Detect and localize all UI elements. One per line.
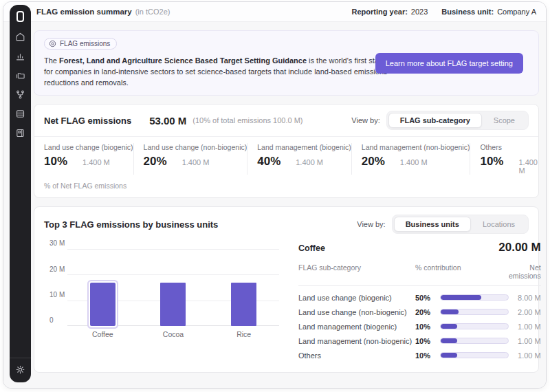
bar-rice[interactable] <box>231 283 256 326</box>
flag-emissions-badge: FLAG emissions <box>44 38 117 50</box>
stat-label: Land management (non-biogenic) <box>362 143 470 151</box>
bars <box>67 249 279 326</box>
progress-fill <box>441 295 481 300</box>
progress-bar <box>440 294 509 301</box>
sidebar-footer <box>10 358 31 382</box>
reporting-year-value: 2023 <box>411 8 428 16</box>
settings-gear-icon[interactable] <box>15 364 25 375</box>
row-label: Land use change (biogenic) <box>298 294 415 302</box>
detail-header: Coffee 20.00 M <box>298 239 541 259</box>
progress-bar <box>440 309 509 315</box>
row-label: Others <box>298 351 415 360</box>
row-value: 1.00 M <box>509 337 541 345</box>
row-value: 8.00 M <box>509 294 541 302</box>
stat-land-mgmt-biogenic: Land management (biogenic) 40%1.400 M <box>247 143 351 175</box>
learn-more-button[interactable]: Learn more about FLAG target setting <box>375 53 523 74</box>
row-value: 1.00 M <box>509 351 541 360</box>
git-branch-icon[interactable] <box>15 89 25 100</box>
row-pct: 10% <box>415 323 440 331</box>
stat-pct: 20% <box>362 155 385 168</box>
detail-total: 20.00 M <box>498 241 540 254</box>
stat-land-use-biogenic: Land use change (biogenic) 10%1.400 M <box>44 143 133 175</box>
business-unit-detail: Coffee 20.00 M FLAG sub-category % contr… <box>286 238 542 362</box>
net-flag-card: Net FLAG emissions 53.00 M (10% of total… <box>34 104 539 198</box>
viewby-label: View by: <box>351 116 380 124</box>
stat-others: Others 10%1.400 M <box>470 143 538 175</box>
database-icon[interactable] <box>15 109 25 119</box>
toggle-locations[interactable]: Locations <box>471 217 527 232</box>
progress-bar <box>440 352 509 358</box>
bar-cocoa[interactable] <box>160 283 186 326</box>
business-unit-label: Business unit: <box>441 8 494 16</box>
main-content: FLAG emissions The Forest, Land and Agri… <box>3 22 546 388</box>
business-unit[interactable]: Business unit:Company A <box>441 8 536 16</box>
stat-label: Land use change (non-biogenic) <box>144 143 248 151</box>
col-subcategory: FLAG sub-category <box>298 263 415 280</box>
row-label: Land management (biogenic) <box>298 323 415 331</box>
stat-label: Land use change (biogenic) <box>44 143 133 151</box>
stat-value: 1.400 M <box>182 158 210 166</box>
stat-label: Others <box>480 143 538 151</box>
net-flag-footnote: % of Net FLAG emissions <box>34 176 538 197</box>
flag-emissions-badge-icon <box>49 40 56 47</box>
header-filters: Reporting year:2023 Business unit:Compan… <box>352 8 536 16</box>
net-flag-title: Net FLAG emissions <box>44 116 131 126</box>
y-tick: 30 M <box>50 239 65 247</box>
folders-icon[interactable] <box>15 70 25 80</box>
bar-coffee[interactable] <box>90 283 116 326</box>
home-icon[interactable] <box>15 32 25 42</box>
flag-description-bold: Forest, Land and Agriculture Science Bas… <box>59 56 307 65</box>
table-row: Land management (biogenic) 10% 1.00 M <box>298 319 541 334</box>
detail-rows: Land use change (biogenic) 50% 8.00 M La… <box>298 286 541 362</box>
sidebar <box>10 5 31 382</box>
flag-description: The Forest, Land and Agriculture Science… <box>44 55 402 88</box>
row-value: 2.00 M <box>509 308 541 316</box>
stat-value: 1.400 M <box>400 158 428 166</box>
col-contribution: % contribution <box>415 263 509 280</box>
row-value: 1.00 M <box>509 323 541 331</box>
top-header: FLAG emission summary (in tCO2e) Reporti… <box>3 2 546 22</box>
progress-fill <box>441 353 457 358</box>
y-tick: 0 <box>50 316 54 324</box>
toggle-scope[interactable]: Scope <box>482 113 527 128</box>
stat-pct: 40% <box>257 155 280 168</box>
net-flag-toggle: FLAG sub-category Scope <box>386 111 529 130</box>
progress-fill <box>441 309 459 314</box>
x-label-coffee: Coffee <box>82 330 123 338</box>
top3-toggle: Business units Locations <box>392 215 529 234</box>
net-flag-subtitle: (10% of total emissions 100.0 M) <box>192 116 302 124</box>
stat-value: 1.400 M <box>296 158 323 166</box>
journal-icon[interactable] <box>15 128 25 138</box>
progress-fill <box>441 324 457 329</box>
row-pct: 20% <box>415 308 440 316</box>
sidebar-nav <box>15 32 25 138</box>
net-flag-viewby: View by: FLAG sub-category Scope <box>351 111 529 130</box>
stat-label: Land management (biogenic) <box>257 143 351 151</box>
top3-body: 30 M 20 M 10 M 0 <box>34 237 538 372</box>
business-unit-value: Company A <box>497 8 536 16</box>
net-flag-header: Net FLAG emissions 53.00 M (10% of total… <box>34 105 538 136</box>
analytics-icon[interactable] <box>15 51 25 61</box>
row-label: Land management (non-biogenic) <box>298 337 415 345</box>
reporting-year[interactable]: Reporting year:2023 <box>352 8 428 16</box>
row-pct: 50% <box>415 294 440 302</box>
top3-viewby: View by: Business units Locations <box>357 215 529 234</box>
toggle-flag-subcategory[interactable]: FLAG sub-category <box>388 113 482 128</box>
stat-value: 1.400 M <box>518 158 538 175</box>
stat-pct: 20% <box>144 155 167 168</box>
toggle-business-units[interactable]: Business units <box>394 217 471 232</box>
app-logo-icon[interactable] <box>16 11 24 22</box>
x-label-rice: Rice <box>223 330 265 338</box>
row-label: Land use change (non-biogenic) <box>298 308 415 316</box>
progress-fill <box>441 338 457 343</box>
net-flag-stats: Land use change (biogenic) 10%1.400 M La… <box>34 136 538 176</box>
net-flag-value: 53.00 M <box>149 115 186 127</box>
table-row: Land use change (non-biogenic) 20% 2.00 … <box>298 305 541 319</box>
x-label-cocoa: Cocoa <box>153 330 194 338</box>
table-row: Others 10% 1.00 M <box>298 348 541 362</box>
detail-title: Coffee <box>298 243 325 253</box>
row-pct: 10% <box>415 351 440 360</box>
table-row: Land use change (biogenic) 50% 8.00 M <box>298 290 541 305</box>
table-row: Land management (non-biogenic) 10% 1.00 … <box>298 334 541 348</box>
badge-label: FLAG emissions <box>60 40 110 47</box>
